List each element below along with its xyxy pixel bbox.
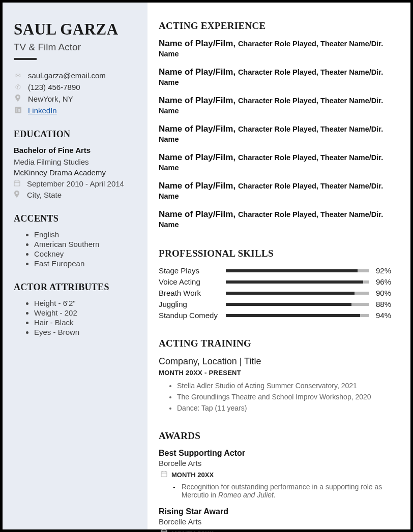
underline: [14, 58, 37, 60]
experience-row: Name of Play/Film, Character Role Played…: [159, 96, 401, 116]
degree: Bachelor of Fine Arts: [14, 146, 136, 154]
experience-title: Name of Play/Film,: [159, 96, 238, 105]
calendar-icon: [161, 529, 167, 532]
skills-block: Stage Plays92%Voice Acting96%Breath Work…: [159, 266, 401, 320]
award-date: MONTH 20XX: [171, 471, 214, 479]
skill-row: Standup Comedy94%: [159, 311, 401, 320]
skill-percent: 88%: [376, 300, 401, 308]
edu-dates-row: September 2010 - April 2014: [14, 179, 136, 188]
award-title: Best Supporting Actor: [159, 449, 401, 458]
training-heading: ACTING TRAINING: [159, 338, 401, 349]
contact-location: NewYork, NY: [14, 95, 136, 103]
contact-block: ✉ saul.garza@email.com ✆ (123) 456-7890 …: [14, 71, 136, 115]
award-title: Rising Star Award: [159, 507, 401, 516]
location-icon: [14, 191, 22, 199]
award-date-row: MONTH 20XX: [161, 471, 401, 479]
awards-heading: AWARDS: [159, 430, 401, 442]
list-item: Hair - Black: [34, 318, 136, 327]
location-text: NewYork, NY: [28, 95, 73, 103]
list-item: American Southern: [34, 240, 136, 248]
major: Media Filming Studies: [14, 158, 136, 166]
svg-rect-6: [161, 472, 167, 477]
skill-row: Juggling88%: [159, 300, 401, 308]
skill-bar: [226, 280, 369, 284]
skill-percent: 92%: [376, 266, 401, 275]
experience-title: Name of Play/Film,: [159, 124, 238, 134]
skill-row: Stage Plays92%: [159, 266, 401, 275]
experience-row: Name of Play/Film, Character Role Played…: [159, 209, 401, 230]
svg-rect-2: [14, 181, 20, 186]
subtitle: TV & Film Actor: [14, 42, 136, 53]
experience-row: Name of Play/Film, Character Role Played…: [159, 152, 401, 173]
skill-fill: [226, 292, 355, 295]
training-list: Stella Adler Studio of Acting Summer Con…: [159, 382, 401, 412]
skill-bar: [226, 292, 369, 295]
training-dates: MONTH 20XX - PRESENT: [159, 369, 401, 377]
list-item: Eyes - Brown: [34, 328, 136, 336]
experience-title: Name of Play/Film,: [159, 181, 238, 191]
linkedin-link[interactable]: LinkedIn: [28, 106, 57, 115]
attributes-heading: ACTOR ATTRIBUTES: [14, 282, 136, 293]
skill-bar: [226, 269, 369, 272]
edu-city-row: City, State: [14, 191, 136, 199]
training-item: Dance: Tap (11 years): [177, 404, 401, 412]
award-desc-text: Recognition for outstanding performance …: [182, 483, 401, 499]
contact-phone: ✆ (123) 456-7890: [14, 83, 136, 91]
experience-row: Name of Play/Film, Character Role Played…: [159, 181, 401, 201]
skill-row: Voice Acting96%: [159, 277, 401, 286]
dash-icon: -: [173, 483, 175, 499]
award-description: -Recognition for outstanding performance…: [159, 483, 401, 499]
skills-heading: PROFESSIONAL SKILLS: [159, 248, 401, 259]
skill-label: Standup Comedy: [159, 311, 219, 320]
email-icon: ✉: [14, 72, 22, 79]
list-item: Cockney: [34, 249, 136, 258]
awards-block: Best Supporting ActorBorcelle ArtsMONTH …: [159, 449, 401, 532]
location-icon: [14, 95, 22, 103]
experience-row: Name of Play/Film, Character Role Played…: [159, 124, 401, 144]
skill-bar: [226, 303, 369, 306]
phone-text: (123) 456-7890: [28, 83, 80, 91]
experience-title: Name of Play/Film,: [159, 39, 238, 48]
phone-icon: ✆: [14, 83, 22, 91]
person-name: SAUL GARZA: [14, 20, 136, 39]
experience-heading: ACTING EXPERIENCE: [159, 20, 401, 32]
skill-fill: [226, 303, 351, 306]
list-item: East European: [34, 259, 136, 268]
experience-title: Name of Play/Film,: [159, 152, 238, 162]
edu-dates: September 2010 - April 2014: [27, 179, 124, 188]
svg-text:in: in: [16, 108, 20, 113]
skill-fill: [226, 314, 360, 317]
experience-title: Name of Play/Film,: [159, 67, 238, 77]
skill-row: Breath Work90%: [159, 289, 401, 297]
resume-page: SAUL GARZA TV & Film Actor ✉ saul.garza@…: [0, 0, 413, 532]
skill-percent: 94%: [376, 311, 401, 320]
skill-fill: [226, 269, 358, 272]
experience-title: Name of Play/Film,: [159, 209, 238, 219]
award-item: Rising Star AwardBorcelle ArtsMONTH 20XX…: [159, 507, 401, 532]
contact-email: ✉ saul.garza@email.com: [14, 71, 136, 80]
award-date-row: MONTH 20XX: [161, 529, 401, 532]
skill-label: Juggling: [159, 300, 219, 308]
linkedin-icon: in: [14, 107, 22, 115]
attributes-list: Height - 6'2"Weight - 202Hair - BlackEye…: [14, 299, 136, 336]
experience-row: Name of Play/Film, Character Role Played…: [159, 39, 401, 59]
accents-list: EnglishAmerican SouthernCockneyEast Euro…: [14, 230, 136, 268]
skill-fill: [226, 280, 363, 284]
award-org: Borcelle Arts: [159, 459, 401, 467]
calendar-icon: [161, 471, 167, 479]
education-heading: EDUCATION: [14, 129, 136, 140]
training-item: Stella Adler Studio of Acting Summer Con…: [177, 382, 401, 390]
list-item: English: [34, 230, 136, 239]
accents-heading: ACCENTS: [14, 213, 136, 224]
list-item: Height - 6'2": [34, 299, 136, 307]
experience-row: Name of Play/Film, Character Role Played…: [159, 67, 401, 87]
skill-percent: 90%: [376, 289, 401, 297]
edu-city: City, State: [27, 191, 62, 199]
list-item: Weight - 202: [34, 308, 136, 317]
skill-bar: [226, 314, 369, 317]
email-text: saul.garza@email.com: [28, 71, 106, 80]
training-title: Company, Location | Title: [159, 356, 401, 367]
school: McKinney Drama Academy: [14, 168, 136, 177]
skill-label: Breath Work: [159, 289, 219, 297]
training-item: The Groundlings Theatre and School Impro…: [177, 393, 401, 401]
